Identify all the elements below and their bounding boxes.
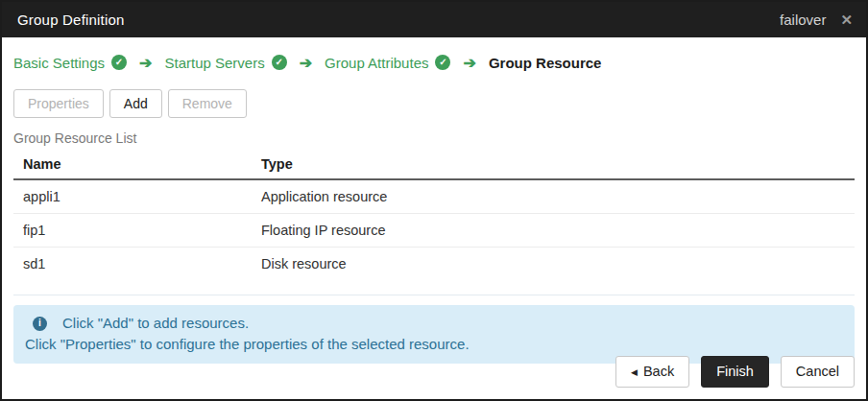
info-text-1: Click "Add" to add resources. — [62, 313, 249, 334]
info-text-2: Click "Properties" to configure the prop… — [25, 334, 843, 355]
step-completed-check-icon: ✓ — [111, 55, 127, 70]
resource-name-cell: sd1 — [13, 248, 252, 281]
info-icon: i — [33, 317, 47, 331]
wizard-breadcrumb: Basic Settings ✓ ➔ Startup Servers ✓ ➔ G… — [13, 51, 855, 74]
resource-type-cell: Floating IP resource — [252, 214, 855, 248]
step-basic-settings[interactable]: Basic Settings ✓ — [13, 55, 127, 71]
finish-button[interactable]: Finish — [701, 356, 769, 388]
add-button[interactable]: Add — [109, 89, 162, 118]
step-label: Basic Settings — [13, 55, 105, 71]
table-row[interactable]: appli1 Application resource — [13, 179, 855, 214]
resource-name-cell: fip1 — [13, 214, 252, 248]
resource-type-cell: Disk resource — [252, 248, 855, 281]
column-header-type: Type — [252, 150, 855, 179]
resource-type-cell: Application resource — [252, 179, 855, 214]
table-row[interactable]: sd1 Disk resource — [13, 248, 855, 281]
step-arrow-icon: ➔ — [463, 54, 475, 72]
step-group-resource-current: Group Resource — [489, 55, 602, 71]
table-row[interactable]: fip1 Floating IP resource — [13, 214, 855, 248]
group-resource-list-caption: Group Resource List — [13, 130, 855, 146]
dialog-content: Basic Settings ✓ ➔ Startup Servers ✓ ➔ G… — [2, 51, 866, 364]
back-button-label: Back — [643, 364, 674, 379]
back-button[interactable]: ◀Back — [615, 356, 689, 388]
step-arrow-icon: ➔ — [300, 54, 312, 72]
footer-buttons: ◀Back Finish Cancel — [615, 356, 855, 388]
failover-context-label: failover — [780, 12, 826, 28]
close-icon[interactable]: ✕ — [840, 12, 853, 27]
step-label: Group Attributes — [325, 55, 428, 71]
properties-button[interactable]: Properties — [13, 89, 104, 118]
step-completed-check-icon: ✓ — [435, 55, 450, 70]
group-resource-table-wrap: Name Type appli1 Application resource fi… — [13, 150, 855, 295]
step-label: Startup Servers — [164, 55, 264, 71]
step-completed-check-icon: ✓ — [272, 55, 287, 70]
step-group-attributes[interactable]: Group Attributes ✓ — [325, 55, 450, 71]
step-startup-servers[interactable]: Startup Servers ✓ — [164, 55, 286, 71]
column-header-name: Name — [13, 150, 252, 179]
step-arrow-icon: ➔ — [139, 54, 152, 72]
step-label: Group Resource — [489, 55, 602, 71]
resource-toolbar: Properties Add Remove — [13, 89, 855, 118]
dialog-title: Group Definition — [17, 12, 125, 28]
back-triangle-icon: ◀ — [631, 367, 638, 377]
resource-name-cell: appli1 — [13, 179, 252, 214]
titlebar-right: failover ✕ — [780, 12, 853, 28]
group-resource-table: Name Type appli1 Application resource fi… — [13, 150, 855, 280]
cancel-button[interactable]: Cancel — [781, 356, 855, 388]
info-message-box: i Click "Add" to add resources. Click "P… — [13, 305, 855, 364]
group-definition-dialog: Group Definition failover ✕ Basic Settin… — [0, 0, 868, 401]
remove-button[interactable]: Remove — [168, 89, 247, 118]
dialog-titlebar: Group Definition failover ✕ — [2, 2, 866, 37]
info-line-1: i Click "Add" to add resources. — [25, 313, 843, 334]
table-header-row: Name Type — [13, 150, 855, 179]
